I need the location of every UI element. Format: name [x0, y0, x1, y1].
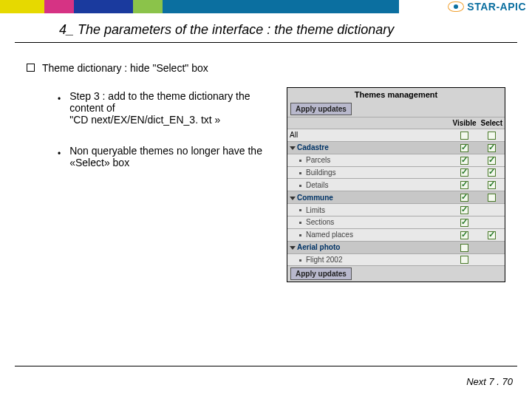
checkbox-theme-visible[interactable] [460, 157, 468, 165]
dot-icon [299, 234, 301, 236]
checkbox-theme-visible[interactable] [460, 168, 468, 177]
group-row[interactable]: Aerial photo [287, 241, 505, 253]
checkbox-group-visible[interactable] [460, 144, 468, 152]
slide-title: 4_ The parameters of the interface : the… [15, 13, 517, 43]
brand-text: STAR-APIC [467, 1, 526, 13]
theme-row: Named places [287, 228, 505, 241]
checkbox-theme-select[interactable] [488, 231, 496, 239]
checkbox-theme-visible[interactable] [460, 181, 468, 189]
dot-bullet-icon: • [58, 149, 61, 168]
apply-updates-button-bottom[interactable]: Apply updates [290, 267, 352, 280]
top-color-bar: STAR-APIC [0, 0, 532, 13]
row-all: All [287, 129, 505, 142]
main-bullet-text: Theme dictionary : hide "Select" box [42, 62, 208, 74]
themes-panel: Themes management Apply updates Visible … [287, 87, 505, 282]
square-bullet-icon [27, 64, 35, 72]
dot-icon [299, 185, 301, 187]
sub-bullet-1: • Step 3 : add to the theme dictionary t… [58, 90, 278, 126]
panel-title: Themes management [287, 88, 505, 101]
col-visible-header: Visible [450, 117, 478, 129]
sub-bullet-2-text: Non queryable themes no longer have the … [69, 145, 262, 168]
checkbox-group-select[interactable] [488, 144, 496, 152]
dot-icon [299, 259, 301, 262]
col-select-header: Select [479, 117, 505, 129]
bottom-divider [15, 366, 517, 366]
themes-table: Visible Select All CadastreParcelsBuildi… [287, 117, 505, 266]
theme-row: Flight 2002 [287, 253, 505, 266]
eye-icon [448, 1, 464, 12]
apply-updates-button-top[interactable]: Apply updates [290, 103, 352, 115]
theme-row: Parcels [287, 154, 505, 166]
checkbox-theme-select[interactable] [488, 168, 496, 177]
checkbox-theme-visible[interactable] [460, 219, 468, 227]
dot-icon [299, 172, 301, 174]
chevron-down-icon [290, 246, 296, 250]
dot-bullet-icon: • [58, 94, 61, 126]
sub-bullet-1-line1: Step 3 : add to the theme dictionary the… [69, 90, 250, 114]
checkbox-theme-select[interactable] [488, 157, 496, 165]
checkbox-all-select[interactable] [488, 132, 496, 140]
checkbox-theme-select[interactable] [488, 181, 496, 189]
checkbox-theme-visible[interactable] [460, 256, 468, 264]
footer-text: Next 7 . 70 [466, 376, 513, 387]
row-all-label: All [287, 129, 450, 142]
dot-icon [299, 160, 301, 162]
group-row[interactable]: Cadastre [287, 141, 505, 154]
main-bullet: Theme dictionary : hide "Select" box [27, 62, 505, 74]
sub-bullet-2: • Non queryable themes no longer have th… [58, 145, 278, 168]
chevron-down-icon [290, 197, 296, 200]
checkbox-theme-visible[interactable] [460, 206, 468, 214]
theme-row: Buildings [287, 166, 505, 179]
theme-row: Details [287, 179, 505, 191]
chevron-down-icon [290, 146, 296, 150]
checkbox-group-select[interactable] [488, 194, 496, 202]
brand-logo: STAR-APIC [448, 1, 526, 13]
dot-icon [299, 222, 301, 224]
checkbox-all-visible[interactable] [460, 132, 468, 140]
checkbox-group-visible[interactable] [460, 244, 468, 252]
checkbox-group-visible[interactable] [460, 194, 468, 202]
group-row[interactable]: Commune [287, 191, 505, 204]
sub-bullet-1-line2: "CD next/EX/EN/dict_EN_3. txt » [69, 114, 220, 126]
theme-row: Limits [287, 204, 505, 216]
dot-icon [299, 209, 301, 211]
theme-row: Sections [287, 216, 505, 229]
checkbox-theme-visible[interactable] [460, 231, 468, 239]
